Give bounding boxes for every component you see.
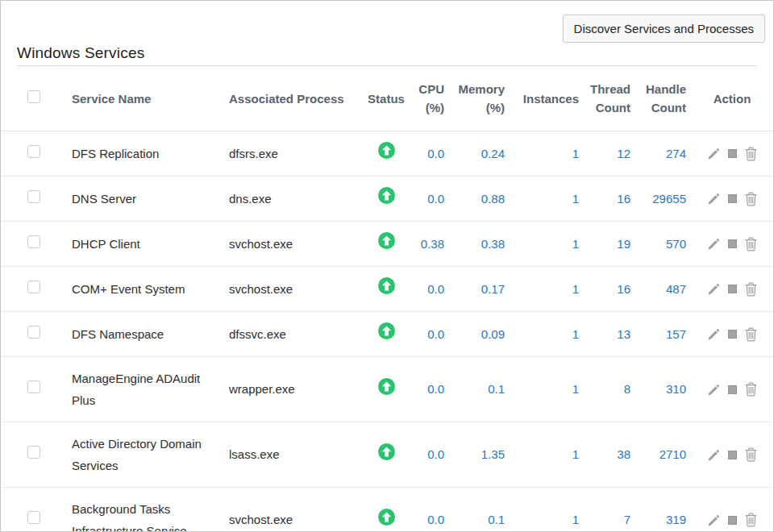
memory-value[interactable]: 1.35 [447, 422, 508, 488]
service-name-cell: Active Directory Domain Services [72, 422, 229, 488]
memory-value[interactable]: 0.88 [447, 177, 508, 222]
edit-pencil-icon[interactable] [707, 383, 721, 397]
handle-count-value[interactable]: 157 [634, 312, 689, 357]
memory-value[interactable]: 0.1 [447, 488, 508, 532]
memory-value[interactable]: 0.24 [447, 131, 508, 177]
thread-count-value[interactable]: 38 [582, 422, 634, 488]
cpu-value[interactable]: 0.0 [409, 267, 447, 312]
row-checkbox-cell [1, 357, 72, 422]
status-up-icon [378, 142, 395, 159]
page-title: Windows Services [17, 43, 757, 66]
delete-trash-icon[interactable] [744, 382, 758, 397]
thread-count-value[interactable]: 7 [582, 488, 634, 532]
status-cell [364, 131, 409, 177]
delete-trash-icon[interactable] [744, 192, 758, 206]
column-header-memory: Memory (%) [447, 66, 508, 131]
handle-count-value[interactable]: 274 [634, 131, 689, 177]
edit-pencil-icon[interactable] [707, 513, 721, 527]
row-checkbox[interactable] [27, 511, 40, 524]
row-checkbox[interactable] [27, 380, 40, 393]
instances-value[interactable]: 1 [508, 357, 582, 422]
thread-count-value[interactable]: 16 [582, 177, 634, 222]
row-checkbox-cell [1, 267, 72, 312]
cpu-value[interactable]: 0.0 [409, 177, 447, 222]
instances-value[interactable]: 1 [508, 131, 582, 177]
thread-count-value[interactable]: 16 [582, 267, 634, 312]
instances-value[interactable]: 1 [508, 488, 582, 532]
stop-square-icon[interactable] [728, 516, 737, 525]
cpu-value[interactable]: 0.0 [409, 357, 447, 422]
instances-value[interactable]: 1 [508, 177, 582, 222]
service-name-cell: Background Tasks Infrastructure Service [72, 488, 229, 532]
service-name-cell: COM+ Event System [72, 267, 229, 312]
status-cell [364, 267, 409, 312]
row-checkbox[interactable] [27, 446, 40, 459]
select-all-checkbox[interactable] [27, 90, 40, 103]
thread-count-value[interactable]: 19 [582, 222, 634, 267]
memory-value[interactable]: 0.17 [447, 267, 508, 312]
instances-value[interactable]: 1 [508, 267, 582, 312]
memory-value[interactable]: 0.09 [447, 312, 508, 357]
instances-value[interactable]: 1 [508, 222, 582, 267]
handle-count-value[interactable]: 487 [634, 267, 689, 312]
row-checkbox[interactable] [27, 190, 40, 203]
service-name: Background Tasks Infrastructure Service [72, 498, 205, 532]
handle-count-value[interactable]: 319 [634, 488, 689, 532]
cpu-value[interactable]: 0.0 [409, 131, 447, 177]
stop-square-icon[interactable] [728, 149, 737, 158]
handle-count-value[interactable]: 310 [634, 357, 689, 422]
table-row: ManageEngine ADAudit Plus wrapper.exe 0.… [1, 357, 774, 422]
row-checkbox[interactable] [27, 281, 40, 293]
service-name: DNS Server [72, 188, 205, 210]
edit-pencil-icon[interactable] [707, 448, 721, 462]
action-cell [689, 422, 774, 488]
column-header-thread-count: Thread Count [582, 66, 634, 131]
stop-square-icon[interactable] [728, 330, 737, 339]
instances-value[interactable]: 1 [508, 312, 582, 357]
handle-count-value[interactable]: 570 [634, 222, 689, 267]
cpu-value[interactable]: 0.0 [409, 422, 447, 488]
row-checkbox-cell [1, 312, 72, 357]
row-checkbox[interactable] [27, 326, 40, 339]
column-header-instances: Instances [508, 66, 582, 131]
edit-pencil-icon[interactable] [707, 282, 721, 296]
thread-count-value[interactable]: 13 [582, 312, 634, 357]
edit-pencil-icon[interactable] [707, 327, 721, 341]
stop-square-icon[interactable] [728, 451, 737, 459]
delete-trash-icon[interactable] [744, 147, 758, 161]
topbar: Discover Services and Processes [1, 1, 773, 43]
thread-count-value[interactable]: 12 [582, 131, 634, 177]
delete-trash-icon[interactable] [744, 237, 758, 251]
service-name-cell: ManageEngine ADAudit Plus [72, 357, 229, 422]
memory-value[interactable]: 0.38 [447, 222, 508, 267]
delete-trash-icon[interactable] [744, 327, 758, 342]
delete-trash-icon[interactable] [744, 513, 758, 527]
memory-header-line2: (%) [486, 101, 505, 114]
instances-value[interactable]: 1 [508, 422, 582, 488]
thread-count-value[interactable]: 8 [582, 357, 634, 422]
row-checkbox-cell [1, 222, 72, 267]
edit-pencil-icon[interactable] [707, 192, 721, 206]
discover-services-button[interactable]: Discover Services and Processes [563, 15, 765, 43]
row-checkbox-cell [1, 177, 72, 222]
action-cell [689, 357, 774, 422]
memory-value[interactable]: 0.1 [447, 357, 508, 422]
edit-pencil-icon[interactable] [707, 147, 721, 160]
stop-square-icon[interactable] [728, 239, 737, 248]
delete-trash-icon[interactable] [744, 447, 758, 462]
cpu-value[interactable]: 0.38 [409, 222, 447, 267]
stop-square-icon[interactable] [728, 285, 737, 293]
stop-square-icon[interactable] [728, 385, 737, 394]
stop-square-icon[interactable] [728, 194, 737, 203]
row-checkbox[interactable] [27, 145, 40, 158]
handle-header-line1: Handle [646, 82, 686, 96]
row-checkbox[interactable] [27, 235, 40, 248]
edit-pencil-icon[interactable] [707, 237, 721, 251]
services-table: Service Name Associated Process Status C… [1, 66, 774, 532]
row-checkbox-cell [1, 488, 72, 532]
handle-count-value[interactable]: 29655 [634, 177, 689, 222]
handle-count-value[interactable]: 2710 [634, 422, 689, 488]
delete-trash-icon[interactable] [744, 282, 758, 297]
cpu-value[interactable]: 0.0 [409, 488, 447, 532]
cpu-value[interactable]: 0.0 [409, 312, 447, 357]
